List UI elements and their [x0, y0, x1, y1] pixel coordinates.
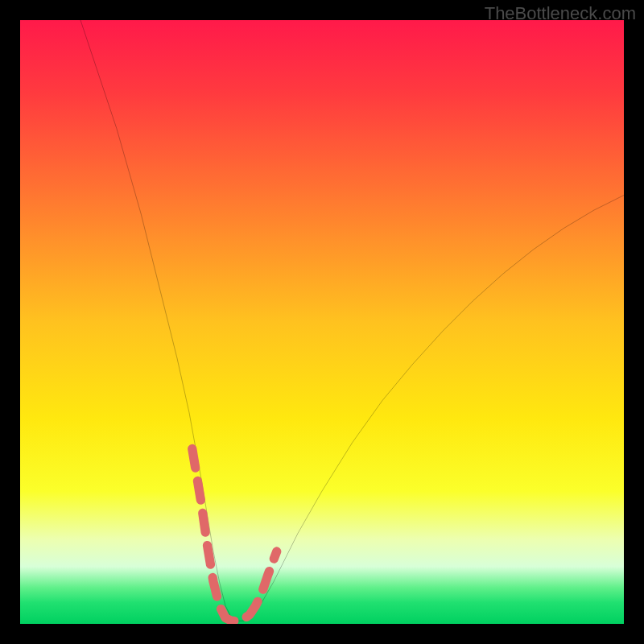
- chart-background-gradient: [20, 20, 624, 624]
- chart-frame: [20, 20, 624, 624]
- svg-rect-0: [20, 20, 624, 624]
